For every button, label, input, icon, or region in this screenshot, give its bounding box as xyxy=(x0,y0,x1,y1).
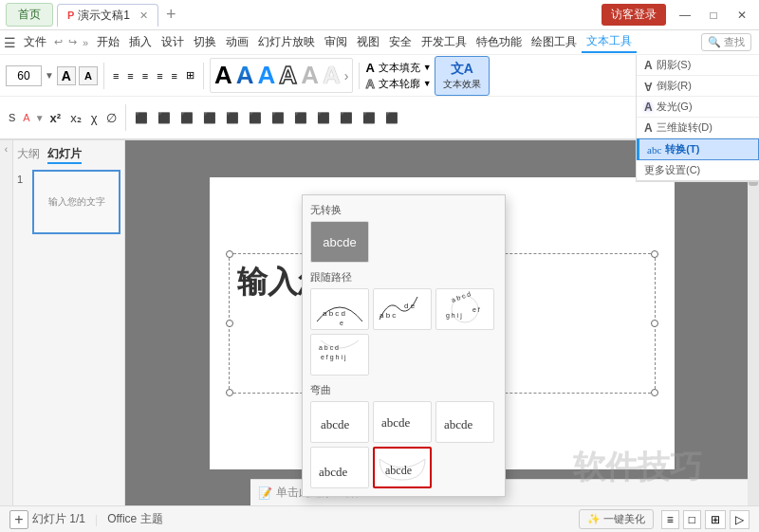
tab-switch[interactable]: 切换 xyxy=(189,32,221,52)
text-dir3[interactable]: ⬛ xyxy=(313,110,334,126)
menu-icon[interactable]: ☰ xyxy=(4,35,16,50)
tab-text-tool[interactable]: 文本工具 xyxy=(582,31,637,53)
view-normal-button[interactable]: □ xyxy=(683,510,701,529)
tab-draw[interactable]: 绘图工具 xyxy=(527,32,582,52)
path-item-1[interactable]: a b c d e xyxy=(310,288,369,330)
line-height2[interactable]: ⬛ xyxy=(222,110,243,126)
more-format[interactable]: ⬛ xyxy=(336,110,357,126)
visit-login-button[interactable]: 访客登录 xyxy=(602,4,666,26)
effect-glow-item[interactable]: A 发光(G) xyxy=(637,97,759,118)
bullet-list-button[interactable]: ≡ xyxy=(154,68,165,83)
text-style-gray[interactable]: A xyxy=(301,61,319,90)
strikethrough-button[interactable]: χ xyxy=(87,109,102,127)
font-color-button[interactable]: A xyxy=(20,110,32,125)
view-present-button[interactable]: ▷ xyxy=(730,510,750,529)
text-outline-button[interactable]: A 文本轮廓 ▼ xyxy=(365,76,431,92)
doc-tab[interactable]: P 演示文稿1 ✕ xyxy=(57,4,158,27)
line-spacing-button[interactable]: ≡ xyxy=(169,68,180,83)
effect-3d-item[interactable]: A 三维旋转(D) xyxy=(637,118,759,138)
slide-thumbnail[interactable]: 输入您的文字 xyxy=(32,170,120,234)
maximize-button[interactable]: □ xyxy=(700,6,727,25)
effect-shadow-item[interactable]: A 阴影(S) xyxy=(637,55,759,76)
warp-item-4[interactable]: abcde xyxy=(310,447,369,488)
tab-security[interactable]: 安全 xyxy=(384,32,417,52)
text-style-light[interactable]: A xyxy=(323,61,341,90)
text-dir2[interactable]: ⬛ xyxy=(290,110,311,126)
align-center2[interactable]: ⬛ xyxy=(154,110,175,126)
handle-br[interactable] xyxy=(651,389,658,396)
close-button[interactable]: ✕ xyxy=(729,6,755,25)
text-dir[interactable]: ⬛ xyxy=(268,110,288,126)
path-item-3[interactable]: a b c d e f g h i j xyxy=(435,288,494,330)
beautify-button[interactable]: ✨ 一键美化 xyxy=(579,509,654,529)
more-icon[interactable]: » xyxy=(83,37,88,48)
app-window: 首页 P 演示文稿1 ✕ + 访客登录 — □ ✕ ☰ 文件 ↩ ↪ » 开始 … xyxy=(0,0,759,532)
text-fill-button[interactable]: A 文本填充 ▼ xyxy=(365,60,431,76)
format-extra[interactable]: ⬛ xyxy=(359,110,380,126)
outline-tab[interactable]: 大纲 xyxy=(17,146,40,164)
view-grid-button[interactable]: ⊞ xyxy=(705,510,726,529)
font-size-decrease-button[interactable]: A xyxy=(79,66,98,85)
no-transform-item[interactable]: abcde xyxy=(310,221,369,263)
warp-item-2[interactable]: abcde xyxy=(373,401,432,443)
file-menu[interactable]: 文件 xyxy=(20,32,50,52)
handle-ml[interactable] xyxy=(226,320,233,327)
tab-slideshow[interactable]: 幻灯片放映 xyxy=(253,32,320,52)
align-right2[interactable]: ⬛ xyxy=(176,110,197,126)
effect-reflection-item[interactable]: A 倒影(R) xyxy=(637,76,759,97)
align-left-button[interactable]: ≡ xyxy=(110,68,121,83)
font-size-input[interactable] xyxy=(6,65,42,86)
effect-transform-item[interactable]: abc 转换(T) xyxy=(637,138,759,160)
warp-item-1[interactable]: abcde xyxy=(310,401,369,443)
align-justify2[interactable]: ⬛ xyxy=(199,110,220,126)
tab-start[interactable]: 开始 xyxy=(92,32,124,52)
tab-animation[interactable]: 动画 xyxy=(221,32,253,52)
add-slide-button[interactable]: + xyxy=(9,510,28,529)
format-extra2[interactable]: ⬛ xyxy=(381,110,402,126)
close-tab-icon[interactable]: ✕ xyxy=(139,9,148,22)
vertical-scrollbar[interactable] xyxy=(748,140,759,505)
handle-tr[interactable] xyxy=(651,250,658,258)
format-btn-1[interactable]: S xyxy=(6,110,18,125)
warp-item-5-selected[interactable]: abcde xyxy=(373,447,432,488)
text-effect-button[interactable]: 文A 文本效果 xyxy=(435,56,490,96)
minimize-button[interactable]: — xyxy=(672,6,698,25)
redo-icon[interactable]: ↪ xyxy=(68,36,77,48)
undo-icon[interactable]: ↩ xyxy=(54,36,63,48)
effect-more-item[interactable]: 更多设置(C) xyxy=(637,160,759,180)
text-style-blue-gradient[interactable]: A xyxy=(236,61,254,90)
clear-format-button[interactable]: ∅ xyxy=(102,109,120,127)
warp-item-3[interactable]: abcde xyxy=(435,401,494,443)
path-item-4[interactable]: a b c d e f g h i j xyxy=(310,334,369,376)
sidebar-collapse-icon[interactable]: ‹ xyxy=(5,144,8,155)
font-size-increase-button[interactable]: A xyxy=(57,66,76,85)
tab-insert[interactable]: 插入 xyxy=(124,32,157,52)
text-style-outline[interactable]: A xyxy=(279,61,297,90)
indent-button[interactable]: ⊞ xyxy=(183,67,197,83)
search-icon: 🔍 xyxy=(708,36,721,48)
slide-item-1: 1 输入您的文字 xyxy=(17,170,120,234)
subscript-button[interactable]: x₂ xyxy=(66,109,85,127)
search-box[interactable]: 🔍 查找 xyxy=(701,33,751,51)
add-tab-button[interactable]: + xyxy=(158,5,184,25)
path-item-2[interactable]: a b c d e xyxy=(373,288,432,330)
superscript-button[interactable]: x² xyxy=(46,109,65,127)
text-style-black[interactable]: A xyxy=(214,61,232,90)
view-list-button[interactable]: ≡ xyxy=(661,510,679,529)
tab-review[interactable]: 审阅 xyxy=(320,32,352,52)
col-format[interactable]: ⬛ xyxy=(245,110,266,126)
handle-tl[interactable] xyxy=(226,250,233,258)
handle-bl[interactable] xyxy=(226,389,233,396)
slides-tab[interactable]: 幻灯片 xyxy=(47,146,82,164)
handle-mr[interactable] xyxy=(651,320,658,327)
align-center-button[interactable]: ≡ xyxy=(124,68,136,83)
align-left2[interactable]: ⬛ xyxy=(131,110,152,126)
tab-view[interactable]: 视图 xyxy=(352,32,384,52)
justify-button[interactable]: ≡ xyxy=(139,68,151,83)
tab-special[interactable]: 特色功能 xyxy=(472,32,527,52)
tab-design[interactable]: 设计 xyxy=(157,32,189,52)
text-styles-more[interactable]: › xyxy=(344,68,349,83)
home-tab[interactable]: 首页 xyxy=(6,3,53,27)
tab-dev[interactable]: 开发工具 xyxy=(417,32,472,52)
text-style-blue[interactable]: A xyxy=(258,61,276,90)
